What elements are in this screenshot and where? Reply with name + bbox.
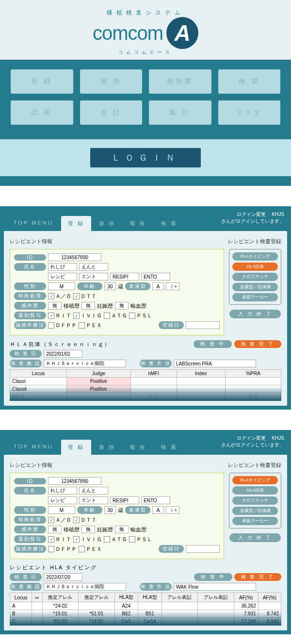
- input-facility[interactable]: [44, 583, 126, 591]
- cb-ivig[interactable]: ✓: [73, 536, 80, 543]
- status-in-exam[interactable]: 検 査 中: [194, 340, 232, 348]
- table-row[interactable]: C*01:02*14:02Cw1Cw1417.2496.849: [10, 618, 281, 626]
- menu-master[interactable]: マスタ: [218, 100, 281, 125]
- input-method[interactable]: [174, 583, 256, 591]
- table-row[interactable]: MICA N.D N.D: [10, 393, 281, 401]
- input-transhist[interactable]: [81, 526, 95, 533]
- side-hla-antibody[interactable]: HLA抗体: [232, 486, 278, 495]
- status-exam-done[interactable]: 検 査 完 了: [234, 573, 281, 581]
- tab-report[interactable]: 報 告: [123, 216, 153, 231]
- side-hla-typing[interactable]: HLAタイピング: [232, 476, 278, 484]
- lbl-infection: 感作歴: [14, 302, 46, 310]
- side-crossmatch[interactable]: クロスマッチ: [232, 273, 278, 281]
- cb-dfpp[interactable]: [48, 322, 54, 329]
- table-row[interactable]: ClassⅠ Positive: [10, 378, 281, 385]
- input-infection[interactable]: [48, 526, 62, 533]
- cb-ao[interactable]: ✓: [48, 293, 54, 299]
- cb-atg[interactable]: [104, 536, 110, 543]
- input-regdate[interactable]: [186, 321, 220, 329]
- input-age[interactable]: [104, 506, 116, 514]
- cb-rit[interactable]: ✓: [48, 536, 54, 543]
- tab-register[interactable]: 登 録: [61, 216, 91, 231]
- cb-dfpp[interactable]: [48, 546, 54, 552]
- tab-progress[interactable]: 進 捗: [92, 440, 122, 455]
- input-transhist[interactable]: [81, 302, 95, 310]
- input-blood[interactable]: [152, 506, 164, 514]
- menu-register[interactable]: 登 録: [11, 69, 73, 94]
- tab-topmenu[interactable]: TOP MENU: [7, 216, 60, 231]
- tab-report[interactable]: 報 告: [123, 440, 153, 455]
- login-change-link[interactable]: ログイン変更: [237, 212, 266, 217]
- input-examdate[interactable]: [44, 573, 82, 581]
- input-name2[interactable]: [79, 487, 108, 495]
- lbl-infection: 感作歴: [14, 526, 46, 533]
- input-kana1[interactable]: [48, 496, 77, 504]
- menu-reagent[interactable]: 試 薬: [11, 100, 73, 125]
- input-rh[interactable]: [166, 282, 179, 290]
- input-method[interactable]: [174, 360, 256, 367]
- input-name1[interactable]: [48, 487, 77, 495]
- tab-topmenu[interactable]: TOP MENU: [7, 440, 60, 455]
- tab-register[interactable]: 登 録: [61, 440, 91, 455]
- input-rom2[interactable]: [141, 496, 170, 504]
- side-crossmatch[interactable]: クロスマッチ: [232, 496, 278, 505]
- menu-search[interactable]: 検 索: [218, 69, 281, 94]
- side-marker[interactable]: 表面マーカー: [232, 517, 278, 525]
- side-blood[interactable]: 血液型／抗体価: [232, 283, 278, 291]
- side-blood[interactable]: 血液型／抗体価: [232, 507, 278, 515]
- body: レシピエント情報 レシピエント検査登録 ID 氏名: [4, 455, 287, 630]
- cb-dtt[interactable]: ✓: [73, 517, 80, 523]
- login-change-link[interactable]: ログイン変更: [237, 435, 266, 441]
- status-exam-done[interactable]: 検 査 完 了: [234, 340, 281, 348]
- input-end-button[interactable]: 入 力 終 了: [229, 310, 280, 318]
- side-hla-antibody[interactable]: HLA抗体: [232, 263, 278, 271]
- input-rom2[interactable]: [141, 273, 170, 281]
- input-examdate[interactable]: [44, 350, 82, 358]
- input-name1[interactable]: [48, 263, 77, 271]
- input-blood[interactable]: [152, 282, 164, 290]
- tab-progress[interactable]: 進 捗: [92, 216, 122, 231]
- input-kana2[interactable]: [79, 496, 108, 504]
- input-rom1[interactable]: [110, 273, 139, 281]
- status-in-exam[interactable]: 検 査 中: [194, 573, 232, 581]
- cb-psl[interactable]: [129, 536, 135, 543]
- input-sex[interactable]: [48, 282, 75, 290]
- input-id[interactable]: [48, 477, 101, 485]
- table-row[interactable]: A*24:02A2436.262: [10, 602, 281, 610]
- input-facility[interactable]: [44, 360, 126, 367]
- table-row[interactable]: B*15:01*51:01B62B517.9318.742: [10, 610, 281, 618]
- side-marker[interactable]: 表面マーカー: [232, 293, 278, 301]
- input-age[interactable]: [104, 282, 116, 290]
- side-menu: HLAタイピング HLA抗体 クロスマッチ 血液型／抗体価 表面マーカー: [229, 249, 281, 305]
- cb-pex[interactable]: [79, 546, 85, 552]
- input-kana1[interactable]: [48, 273, 77, 281]
- cb-pex[interactable]: [79, 322, 85, 329]
- menu-progress[interactable]: 進 捗: [80, 69, 143, 94]
- menu-aggregate[interactable]: 集 計: [149, 100, 211, 125]
- cb-rit[interactable]: ✓: [48, 313, 54, 319]
- input-preg[interactable]: [115, 526, 129, 533]
- cb-dtt[interactable]: ✓: [73, 293, 80, 299]
- input-infection[interactable]: [48, 302, 62, 310]
- cb-atg[interactable]: [104, 313, 110, 319]
- cb-psl[interactable]: [129, 313, 135, 319]
- input-end-button[interactable]: 入 力 終 了: [229, 533, 280, 542]
- input-sex[interactable]: [48, 506, 75, 514]
- input-name2[interactable]: [79, 263, 108, 271]
- tab-search[interactable]: 検 索: [154, 216, 184, 231]
- cb-ao[interactable]: ✓: [48, 517, 54, 523]
- table-row[interactable]: ClassⅡ Positive: [10, 385, 281, 393]
- input-kana2[interactable]: [79, 273, 108, 281]
- side-hla-typing[interactable]: HLAタイピング: [232, 252, 278, 261]
- input-rh[interactable]: [166, 506, 179, 514]
- lbl-blood: 血液型: [125, 506, 150, 514]
- input-id[interactable]: [48, 253, 101, 261]
- menu-account[interactable]: 会 計: [80, 100, 143, 125]
- input-regdate[interactable]: [186, 545, 220, 553]
- login-button[interactable]: ＬＯＧＩＮ: [90, 148, 201, 167]
- input-rom1[interactable]: [110, 496, 139, 504]
- input-preg[interactable]: [115, 302, 129, 310]
- cb-ivig[interactable]: ✓: [73, 313, 80, 319]
- menu-report[interactable]: 報告書: [149, 69, 211, 94]
- tab-search[interactable]: 検 索: [154, 440, 184, 455]
